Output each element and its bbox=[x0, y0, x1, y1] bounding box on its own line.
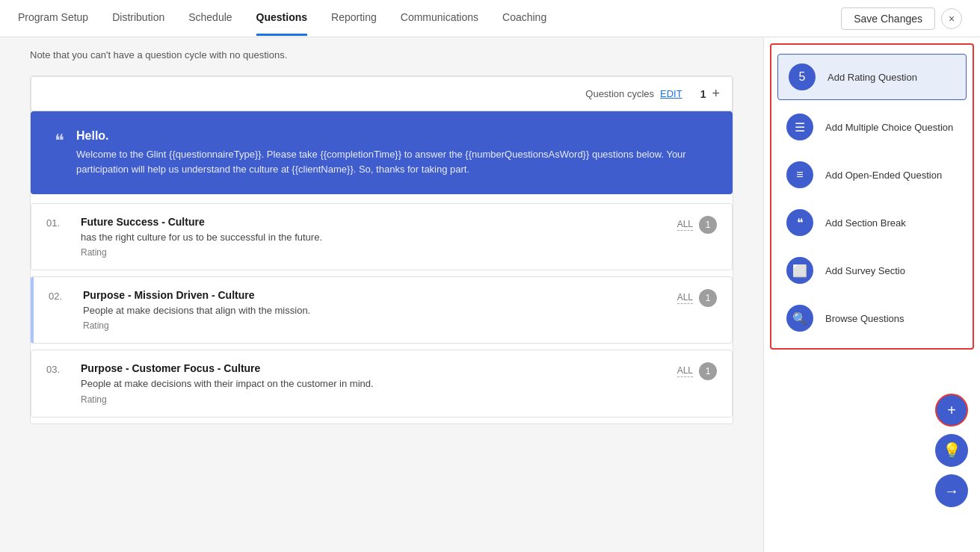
question-title: Purpose - Customer Focus - Culture bbox=[81, 362, 665, 374]
question-item[interactable]: 03. Purpose - Customer Focus - Culture P… bbox=[31, 350, 733, 417]
save-button[interactable]: Save Changes bbox=[841, 7, 935, 30]
add-cycle-button[interactable]: + bbox=[712, 86, 720, 102]
nav-item-schedule[interactable]: Schedule bbox=[188, 1, 232, 36]
question-item[interactable]: 02. Purpose - Mission Driven - Culture P… bbox=[31, 276, 733, 344]
note-text: Note that you can't have a question cycl… bbox=[30, 49, 733, 61]
content-area: Note that you can't have a question cycl… bbox=[0, 37, 763, 552]
fab-container: + 💡 → bbox=[935, 394, 968, 507]
panel-item-icon: ☰ bbox=[786, 114, 813, 140]
nav-item-distribution[interactable]: Distribution bbox=[112, 1, 164, 36]
header: Program SetupDistributionScheduleQuestio… bbox=[0, 0, 980, 37]
panel-item-label: Add Open-Ended Question bbox=[825, 170, 942, 181]
question-type: Rating bbox=[81, 394, 665, 405]
question-cycles-bar: Question cycles EDIT 1 + bbox=[31, 76, 733, 111]
question-number: 03. bbox=[46, 362, 69, 375]
nav-item-coaching[interactable]: Coaching bbox=[502, 1, 546, 36]
welcome-banner: ❝ Hello. Welcome to the Glint {{question… bbox=[31, 111, 733, 194]
question-body: People at make decisions that align with… bbox=[83, 304, 665, 317]
question-cycles-label: Question cycles bbox=[585, 88, 654, 99]
fab-light-button[interactable]: 💡 bbox=[935, 434, 968, 467]
question-number: 02. bbox=[49, 289, 71, 302]
question-content: Future Success - Culture has the right c… bbox=[81, 216, 665, 258]
panel-menu: 5 Add Rating Question ☰ Add Multiple Cho… bbox=[770, 43, 974, 350]
panel-item-label: Browse Questions bbox=[825, 313, 905, 324]
panel-item-add-rating[interactable]: 5 Add Rating Question bbox=[777, 54, 967, 100]
header-actions: Save Changes × bbox=[841, 7, 962, 30]
panel-item-icon: ❝ bbox=[786, 209, 813, 236]
main-layout: Note that you can't have a question cycl… bbox=[0, 37, 980, 552]
audience-label: ALL bbox=[677, 365, 693, 377]
question-body: People at make decisions with their impa… bbox=[81, 377, 665, 391]
question-body: has the right culture for us to be succe… bbox=[81, 231, 665, 244]
quote-icon: ❝ bbox=[55, 131, 64, 152]
audience-label: ALL bbox=[677, 219, 693, 231]
questions-container: Question cycles EDIT 1 + ❝ Hello. Welcom… bbox=[30, 75, 733, 424]
panel-item-icon: ≡ bbox=[786, 161, 813, 188]
panel-item-label: Add Rating Question bbox=[828, 72, 917, 83]
nav-item-program-setup[interactable]: Program Setup bbox=[18, 1, 88, 36]
panel-item-browse[interactable]: 🔍 Browse Questions bbox=[771, 294, 973, 342]
question-title: Purpose - Mission Driven - Culture bbox=[83, 289, 665, 301]
nav: Program SetupDistributionScheduleQuestio… bbox=[18, 1, 841, 36]
edit-link[interactable]: EDIT bbox=[660, 88, 682, 99]
question-content: Purpose - Customer Focus - Culture Peopl… bbox=[81, 362, 665, 404]
cycle-badge: 1 bbox=[699, 216, 717, 234]
cycle-badge: 1 bbox=[699, 289, 717, 307]
cycle-number: 1 bbox=[700, 88, 706, 100]
panel-item-icon: 5 bbox=[789, 63, 816, 90]
welcome-body: Welcome to the Glint {{questionnaireType… bbox=[76, 147, 709, 176]
right-panel: 5 Add Rating Question ☰ Add Multiple Cho… bbox=[763, 37, 980, 552]
panel-item-label: Add Survey Sectio bbox=[825, 265, 905, 276]
panel-item-icon: ⬜ bbox=[786, 257, 813, 284]
panel-item-label: Add Section Break bbox=[825, 217, 906, 229]
question-meta: ALL 1 bbox=[677, 362, 717, 380]
panel-item-add-section[interactable]: ❝ Add Section Break bbox=[771, 199, 973, 246]
welcome-content: Hello. Welcome to the Glint {{questionna… bbox=[76, 129, 709, 176]
questions-list: 01. Future Success - Culture has the rig… bbox=[31, 203, 733, 418]
question-type: Rating bbox=[83, 320, 665, 331]
question-number: 01. bbox=[46, 216, 69, 229]
nav-item-questions[interactable]: Questions bbox=[256, 1, 307, 36]
cycle-badge: 1 bbox=[699, 362, 717, 380]
question-title: Future Success - Culture bbox=[81, 216, 665, 228]
audience-label: ALL bbox=[677, 292, 693, 304]
question-type: Rating bbox=[81, 247, 665, 258]
panel-item-label: Add Multiple Choice Question bbox=[825, 122, 953, 133]
welcome-title: Hello. bbox=[76, 129, 709, 143]
question-content: Purpose - Mission Driven - Culture Peopl… bbox=[83, 289, 665, 331]
question-meta: ALL 1 bbox=[677, 289, 717, 307]
fab-arrow-button[interactable]: → bbox=[935, 474, 968, 507]
panel-item-icon: 🔍 bbox=[786, 305, 813, 332]
panel-item-add-multiple[interactable]: ☰ Add Multiple Choice Question bbox=[771, 103, 973, 151]
fab-plus-button[interactable]: + bbox=[935, 394, 968, 427]
panel-item-add-open[interactable]: ≡ Add Open-Ended Question bbox=[771, 151, 973, 199]
nav-item-communications[interactable]: Communications bbox=[401, 1, 478, 36]
question-meta: ALL 1 bbox=[677, 216, 717, 234]
question-item[interactable]: 01. Future Success - Culture has the rig… bbox=[31, 203, 733, 270]
close-button[interactable]: × bbox=[941, 8, 962, 29]
nav-item-reporting[interactable]: Reporting bbox=[331, 1, 377, 36]
panel-item-add-survey[interactable]: ⬜ Add Survey Sectio bbox=[771, 246, 973, 294]
